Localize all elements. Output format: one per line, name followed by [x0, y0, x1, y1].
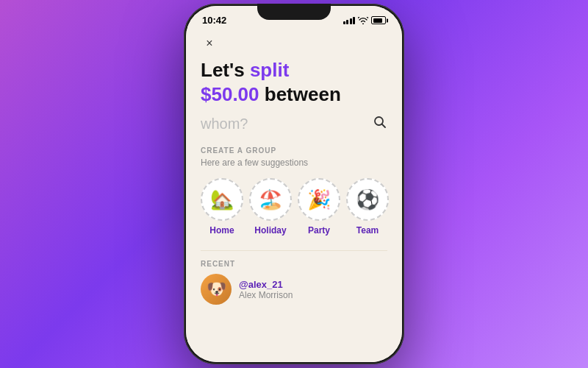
group-label-team: Team	[356, 225, 379, 236]
status-icons	[343, 16, 387, 24]
signal-icon	[343, 17, 356, 24]
recent-label: RECENT	[201, 260, 387, 268]
battery-icon	[371, 16, 386, 24]
heading-amount: $50.00	[201, 83, 259, 105]
group-item-team[interactable]: ⚽ Team	[346, 178, 389, 236]
search-row: whom?	[201, 115, 387, 133]
suggestions-subtitle: Here are a few suggestions	[201, 158, 387, 168]
group-item-party[interactable]: 🎉 Party	[298, 178, 340, 236]
status-time: 10:42	[202, 15, 226, 26]
recent-info: @alex_21 Alex Morrison	[239, 279, 293, 300]
group-label-home: Home	[209, 225, 234, 236]
heading-between: between	[259, 83, 341, 105]
screen-content: × Let's split $50.00 between whom?	[186, 29, 402, 362]
heading-lets: Let's	[201, 59, 250, 81]
phone-device: 10:42 ×	[184, 4, 404, 364]
svg-line-1	[382, 124, 386, 128]
group-items-list: 🏡 Home 🏖️ Holiday 🎉 Party ⚽ Team	[201, 178, 387, 236]
group-item-holiday[interactable]: 🏖️ Holiday	[249, 178, 292, 236]
group-label-party: Party	[308, 225, 330, 236]
recent-name: Alex Morrison	[239, 290, 293, 300]
recent-avatar: 🐶	[201, 274, 232, 305]
phone-notch	[257, 4, 331, 20]
search-icon[interactable]	[373, 115, 387, 133]
recent-handle: @alex_21	[239, 279, 293, 290]
wifi-icon	[358, 17, 368, 24]
create-group-label: CREATE A GROUP	[201, 146, 387, 155]
group-icon-home: 🏡	[201, 178, 243, 221]
recent-section: RECENT 🐶 @alex_21 Alex Morrison	[201, 250, 387, 305]
group-icon-team: ⚽	[346, 178, 389, 221]
group-item-home[interactable]: 🏡 Home	[201, 178, 243, 236]
phone-screen: 10:42 ×	[186, 6, 402, 362]
recent-item[interactable]: 🐶 @alex_21 Alex Morrison	[201, 274, 387, 305]
group-icon-party: 🎉	[298, 178, 340, 221]
heading-split: split	[250, 59, 289, 81]
group-label-holiday: Holiday	[254, 225, 286, 236]
search-placeholder[interactable]: whom?	[201, 116, 248, 132]
close-button[interactable]: ×	[201, 35, 218, 52]
group-icon-holiday: 🏖️	[249, 178, 292, 221]
heading: Let's split $50.00 between	[201, 58, 387, 106]
